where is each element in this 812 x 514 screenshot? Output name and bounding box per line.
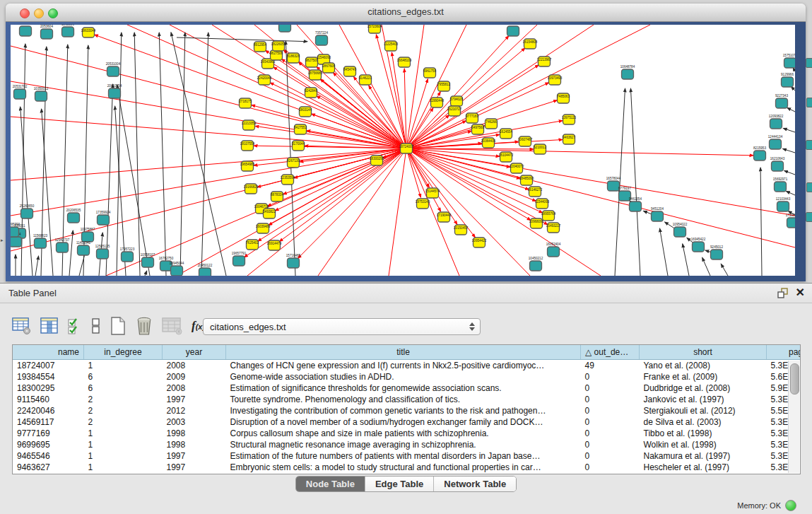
table-row[interactable]: 1830029562008Estimation of significance … <box>13 382 801 394</box>
table-cell[interactable]: Tibbo et al. (1998) <box>640 428 767 439</box>
table-cell[interactable]: 1 <box>84 428 163 439</box>
table-cell[interactable]: 2009 <box>163 371 226 382</box>
table-cell[interactable]: 2008 <box>163 360 226 372</box>
graph-node[interactable] <box>630 201 642 211</box>
citation-network-graph[interactable]: 1872400718300295122133591810755419654985… <box>11 25 795 276</box>
graph-node[interactable] <box>199 268 211 276</box>
graph-node[interactable] <box>142 257 154 267</box>
table-cell[interactable]: 1 <box>84 462 163 473</box>
table-cell[interactable]: Hescheler et al. (1997) <box>640 462 767 473</box>
table-cell[interactable]: Estimation of the future numbers of pati… <box>226 450 581 462</box>
table-cell[interactable]: 2 <box>84 394 163 405</box>
graph-node[interactable] <box>122 252 134 262</box>
graph-node[interactable] <box>652 211 664 221</box>
table-cell[interactable]: Tourette syndrome. Phenomenology and cla… <box>226 394 581 405</box>
table-row[interactable]: 946362711997Embryonic stem cells: a mode… <box>13 462 801 473</box>
graph-node[interactable] <box>770 139 782 149</box>
graph-node[interactable] <box>109 88 121 98</box>
table-cell[interactable]: Dudbridge et al. (2008) <box>640 382 767 394</box>
table-cell[interactable]: Franke et al. (2009) <box>640 371 767 382</box>
graph-node[interactable] <box>507 26 519 36</box>
table-cell[interactable]: 0 <box>581 416 640 428</box>
table-cell[interactable]: 1998 <box>163 428 226 439</box>
table-row[interactable]: 1456911722003Disruption of a novel membe… <box>13 416 801 428</box>
graph-node[interactable] <box>622 69 634 79</box>
table-cell[interactable]: 1 <box>84 450 163 462</box>
graph-node[interactable] <box>35 238 47 248</box>
graph-node[interactable] <box>171 266 183 276</box>
table-cell[interactable]: Stergiakouli et al. (2012) <box>640 405 767 416</box>
tab-network-table[interactable]: Network Table <box>434 477 516 491</box>
graph-node[interactable] <box>11 237 22 247</box>
table-row[interactable]: 1938455462009Genome-wide association stu… <box>13 371 801 382</box>
unselect-all-button[interactable] <box>91 317 101 335</box>
column-header-year[interactable]: year <box>163 345 226 360</box>
graph-node[interactable] <box>316 35 328 45</box>
graph-node[interactable] <box>279 25 291 32</box>
table-cell[interactable]: 0 <box>581 462 640 473</box>
table-cell[interactable]: 6 <box>84 371 163 382</box>
window-titlebar[interactable]: citations_edges.txt <box>6 4 806 22</box>
graph-node[interactable] <box>107 66 119 76</box>
graph-node[interactable] <box>68 213 80 223</box>
tab-edge-table[interactable]: Edge Table <box>365 477 434 491</box>
table-cell[interactable]: Wolkin et al. (1998) <box>640 439 767 450</box>
graph-node[interactable] <box>530 261 542 271</box>
tab-node-table[interactable]: Node Table <box>296 477 365 491</box>
table-cell[interactable]: 0 <box>581 382 640 394</box>
table-row[interactable]: 969969511998Structural magnetic resonanc… <box>13 439 801 450</box>
table-cell[interactable]: de Silva et al. (2003) <box>640 416 767 428</box>
graph-node[interactable] <box>35 91 47 101</box>
graph-node[interactable] <box>775 182 787 192</box>
graph-node[interactable] <box>693 242 705 252</box>
column-header-name[interactable]: name <box>13 345 84 360</box>
graph-node[interactable] <box>782 77 794 87</box>
graph-node[interactable] <box>20 26 32 36</box>
table-cell[interactable]: 0 <box>581 371 640 382</box>
graph-node[interactable] <box>97 249 109 259</box>
table-cell[interactable]: Investigating the contribution of common… <box>226 405 581 416</box>
table-cell[interactable]: 9115460 <box>13 394 84 405</box>
column-header-short[interactable]: short <box>640 345 767 360</box>
graph-node[interactable] <box>711 250 723 259</box>
table-cell[interactable]: Genome-wide association studies in ADHD. <box>226 371 581 382</box>
table-cell[interactable]: 9777169 <box>13 428 84 439</box>
table-cell[interactable]: 2008 <box>163 382 226 394</box>
table-selector-dropdown[interactable]: citations_edges.txt <box>203 318 481 335</box>
table-row[interactable]: 977716911998Corpus callosum shape and si… <box>13 428 801 439</box>
graph-node[interactable] <box>754 151 766 160</box>
table-cell[interactable]: 14569117 <box>13 416 84 428</box>
table-cell[interactable]: 1 <box>84 439 163 450</box>
close-panel-icon[interactable]: ✕ <box>796 286 805 299</box>
table-cell[interactable]: 2 <box>84 405 163 416</box>
table-cell[interactable]: 0 <box>581 439 640 450</box>
table-cell[interactable]: Embryonic stem cells: a model to study s… <box>226 462 581 473</box>
column-header-out_de[interactable]: △ out_de… <box>581 345 640 360</box>
table-cell[interactable]: 0 <box>581 428 640 439</box>
graph-node[interactable] <box>62 27 74 37</box>
table-cell[interactable]: 49 <box>581 360 640 372</box>
graph-node[interactable] <box>57 243 69 252</box>
graph-node[interactable] <box>777 201 789 211</box>
graph-node[interactable] <box>770 119 782 129</box>
table-cell[interactable]: 1997 <box>163 450 226 462</box>
table-row[interactable]: 911546021997Tourette syndrome. Phenomeno… <box>13 394 801 405</box>
table-cell[interactable]: 18724007 <box>13 360 84 372</box>
table-settings-button[interactable] <box>12 317 32 335</box>
column-header-title[interactable]: title <box>226 345 581 360</box>
table-cell[interactable]: Structural magnetic resonance image aver… <box>226 439 581 450</box>
table-cell[interactable]: 22420046 <box>13 405 84 416</box>
graph-node[interactable] <box>784 58 796 68</box>
graph-node[interactable] <box>674 227 686 237</box>
table-cell[interactable]: 1997 <box>163 462 226 473</box>
table-cell[interactable]: 9465546 <box>13 450 84 462</box>
table-cell[interactable]: Nakamura et al. (1997) <box>640 450 767 462</box>
show-columns-button[interactable] <box>40 317 59 335</box>
table-cell[interactable]: 0 <box>581 394 640 405</box>
table-cell[interactable]: 2003 <box>163 416 226 428</box>
table-cell[interactable]: 9463627 <box>13 462 84 473</box>
column-header-in_degree[interactable]: in_degree <box>84 345 163 360</box>
table-row[interactable]: 2242004622012Investigating the contribut… <box>13 405 801 416</box>
table-cell[interactable]: 18300295 <box>13 382 84 394</box>
table-cell[interactable]: Yano et al. (2008) <box>640 360 767 372</box>
